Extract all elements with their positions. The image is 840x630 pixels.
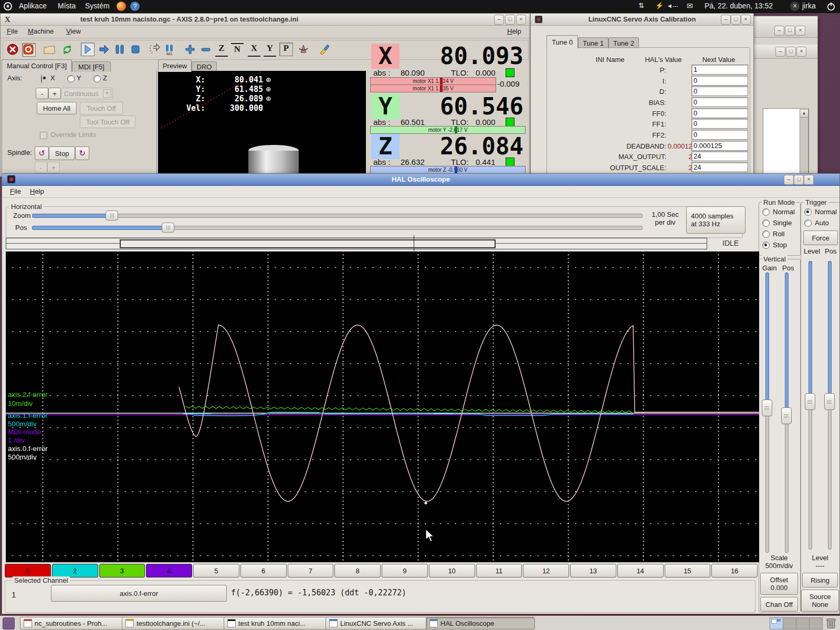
force-button[interactable]: Force (803, 230, 838, 245)
jog-mode-select[interactable]: Continuous▼ (61, 88, 113, 99)
offset-button[interactable]: Offset0.000 (760, 573, 798, 595)
home-all-button[interactable]: Home All (37, 102, 77, 114)
tab-preview[interactable]: Preview (158, 59, 192, 72)
scrollbar[interactable]: ▲ (800, 109, 808, 176)
next-value-input[interactable] (691, 119, 748, 129)
channel-button-12[interactable]: 12 (523, 564, 569, 578)
channel-button-16[interactable]: 16 (711, 564, 758, 578)
close-icon[interactable]: × (795, 26, 805, 36)
channel-button-6[interactable]: 6 (240, 564, 287, 578)
view-y-button[interactable]: Y (264, 43, 276, 57)
scope-display[interactable]: axis.2.f-error10m/divaxis.1.f-error500m/… (6, 251, 759, 562)
next-value-input[interactable] (691, 108, 748, 118)
run-step-button[interactable] (98, 43, 110, 56)
touch-off-button[interactable]: Touch Off (80, 102, 123, 114)
close-icon[interactable]: × (804, 175, 814, 185)
channel-button-10[interactable]: 10 (429, 564, 475, 578)
spindle-minus-button[interactable]: - (35, 162, 47, 173)
selected-channel-source-button[interactable]: axis.0.f-error (51, 585, 227, 602)
next-value-input[interactable] (691, 86, 748, 96)
optional-stop-button[interactable]: M1 (164, 43, 176, 56)
next-value-input[interactable] (691, 151, 748, 161)
reload-button[interactable] (61, 43, 74, 56)
taskbar-item-3[interactable]: test kruh 10mm naci... (224, 617, 330, 629)
panel-menu-places[interactable]: Místa (58, 2, 76, 10)
maximize-icon[interactable]: □ (786, 47, 796, 57)
channel-button-9[interactable]: 9 (382, 564, 428, 578)
horizontal-zoom-slider[interactable] (32, 211, 643, 220)
panel-menu-applications[interactable]: Aplikace (19, 2, 47, 10)
taskbar-item-5[interactable]: HAL Oscilloscope (426, 617, 535, 629)
chan-off-button[interactable]: Chan Off (760, 597, 798, 612)
run-mode-stop-radio[interactable]: Stop (762, 239, 795, 250)
next-value-input[interactable] (691, 162, 748, 172)
machine-power-button[interactable] (22, 43, 36, 57)
view-z-button[interactable]: Z (215, 43, 228, 57)
tab-tune1[interactable]: Tune 1 (578, 37, 608, 48)
taskbar-item-1[interactable]: nc_subroutines - Proh... (20, 617, 127, 629)
minimize-icon[interactable]: – (494, 15, 504, 25)
clear-plot-button[interactable] (318, 43, 331, 56)
channel-button-11[interactable]: 11 (476, 564, 522, 578)
view-z2-button[interactable]: N (231, 43, 244, 57)
run-mode-roll-radio[interactable]: Roll (762, 228, 795, 239)
spindle-stop-button[interactable]: Stop (49, 146, 75, 160)
gain-slider[interactable] (761, 272, 773, 553)
tab-tune2[interactable]: Tune 2 (608, 37, 639, 48)
trigger-auto-radio[interactable]: Auto (804, 217, 837, 228)
menu-help[interactable]: Help (507, 27, 521, 35)
channel-button-5[interactable]: 5 (193, 564, 239, 578)
pause-button[interactable] (113, 43, 126, 56)
horizontal-pos-slider[interactable] (32, 223, 643, 232)
samples-button[interactable]: 4000 samplesat 333 Hz (686, 206, 746, 234)
tab-dro[interactable]: DRO (192, 61, 217, 72)
mail-notification-icon[interactable]: ✉ (687, 2, 693, 10)
next-value-input[interactable] (691, 76, 748, 86)
spindle-plus-button[interactable]: + (47, 162, 60, 173)
maximize-icon[interactable]: □ (785, 26, 795, 36)
run-button[interactable] (81, 43, 94, 56)
jog-minus-button[interactable]: - (36, 88, 48, 99)
volume-icon[interactable]: ◄--- (667, 3, 678, 9)
calibration-titlebar[interactable]: LinuxCNC Servo Axis Calibration (531, 14, 753, 26)
channel-button-2[interactable]: 2 (52, 564, 98, 578)
trigger-pos-slider[interactable] (824, 261, 835, 550)
taskbar-item-2[interactable]: testtoolchange.ini (~/... (122, 617, 228, 629)
axis-y-radio[interactable] (67, 75, 75, 82)
zoom-in-button[interactable] (184, 43, 196, 56)
power-manager-icon[interactable]: ⚡ (655, 2, 664, 9)
tab-tune0[interactable]: Tune 0 (547, 35, 578, 48)
channel-button-7[interactable]: 7 (288, 564, 334, 578)
estop-button[interactable] (6, 43, 19, 56)
override-limits-checkbox[interactable] (40, 132, 47, 139)
channel-button-13[interactable]: 13 (570, 564, 616, 578)
view-x-button[interactable]: X (248, 43, 260, 57)
jog-plus-button[interactable]: + (48, 88, 61, 99)
minimize-icon[interactable]: – (784, 175, 794, 185)
spindle-cw-button[interactable]: ↻ (75, 146, 89, 160)
user-status-icon[interactable]: ✕ (790, 2, 800, 11)
channel-button-4[interactable]: 4 (146, 564, 192, 578)
skip-lines-button[interactable] (148, 43, 161, 56)
menu-machine[interactable]: Machine (28, 27, 54, 35)
maximize-icon[interactable]: □ (731, 15, 741, 25)
window-list-icon[interactable] (3, 617, 15, 629)
close-icon[interactable]: × (741, 15, 751, 25)
view-perspective-button[interactable]: P (279, 43, 293, 56)
next-value-input[interactable] (691, 141, 748, 151)
scope-menu-help[interactable]: Help (30, 187, 44, 195)
trash-icon[interactable] (825, 617, 837, 629)
axis-z-radio[interactable] (93, 75, 101, 82)
record-window[interactable] (120, 239, 496, 248)
spindle-ccw-button[interactable]: ↺ (35, 146, 49, 160)
menu-view[interactable]: View (66, 27, 81, 35)
shutdown-icon[interactable] (826, 2, 836, 11)
stop-button[interactable] (129, 43, 142, 56)
minimize-icon[interactable]: – (774, 26, 784, 36)
rotate-view-button[interactable] (297, 43, 310, 56)
channel-button-15[interactable]: 15 (665, 564, 711, 578)
zoom-out-button[interactable] (200, 43, 212, 56)
panel-menu-system[interactable]: Systém (85, 2, 110, 10)
help-icon[interactable]: ? (130, 2, 140, 11)
channel-button-8[interactable]: 8 (334, 564, 381, 578)
